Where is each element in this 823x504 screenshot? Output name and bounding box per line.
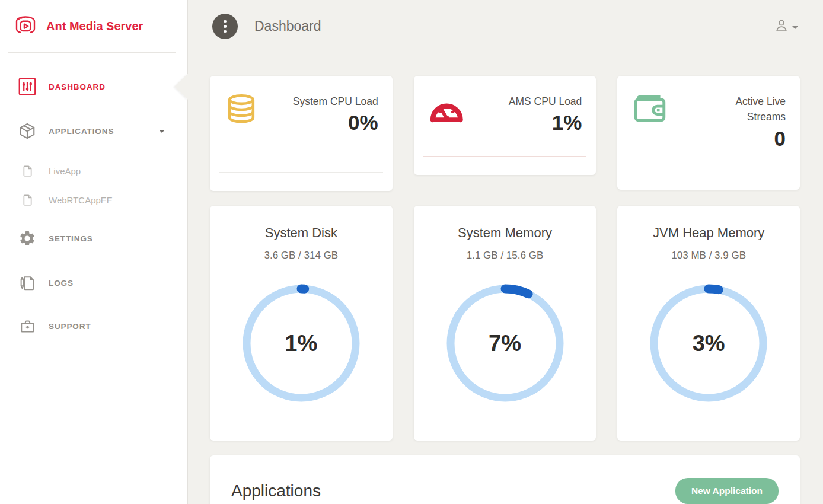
- sidebar: Ant Media Server DASHBOARD: [0, 0, 188, 504]
- sidebar-item-label: WebRTCAppEE: [49, 195, 113, 205]
- file-icon: [17, 165, 38, 177]
- active-item-notch: [174, 74, 188, 100]
- sidebar-item-support[interactable]: SUPPORT: [0, 312, 187, 340]
- divider: [423, 156, 587, 157]
- sidebar-nav: DASHBOARD APPLICATIONS LiveAp: [0, 53, 187, 340]
- gauge-usage: 1.1 GB / 15.6 GB: [414, 250, 596, 261]
- stat-value: 0: [774, 126, 786, 151]
- support-kit-icon: [17, 318, 38, 335]
- sidebar-item-settings[interactable]: SETTINGS: [0, 224, 187, 253]
- stat-label: System CPU Load: [293, 94, 378, 109]
- file-icon: [17, 194, 38, 206]
- brand-name: Ant Media Server: [46, 20, 143, 33]
- gauge-cards-row: System Disk 3.6 GB / 314 GB 1% System Me…: [210, 206, 800, 441]
- content: System CPU Load 0%: [189, 53, 823, 504]
- sidebar-item-label: SUPPORT: [49, 322, 91, 331]
- gauge-title: System Memory: [414, 225, 596, 241]
- sidebar-item-label: SETTINGS: [49, 234, 93, 243]
- stat-card-ams-cpu-load: AMS CPU Load 1%: [414, 76, 596, 175]
- gauge-card-system-memory: System Memory 1.1 GB / 15.6 GB 7%: [414, 206, 596, 441]
- sidebar-item-dashboard[interactable]: DASHBOARD: [0, 72, 187, 101]
- gauge-usage: 103 MB / 3.9 GB: [617, 250, 800, 261]
- stat-card-active-live-streams: Active Live Streams 0: [617, 76, 800, 190]
- divider: [219, 172, 383, 173]
- applications-title: Applications: [231, 481, 321, 500]
- wallet-icon: [631, 92, 668, 151]
- gauge-usage: 3.6 GB / 314 GB: [210, 250, 393, 261]
- gauge-card-system-disk: System Disk 3.6 GB / 314 GB 1%: [210, 206, 393, 441]
- brand[interactable]: Ant Media Server: [0, 0, 187, 53]
- sidebar-item-label: LiveApp: [49, 166, 81, 176]
- sidebar-item-label: APPLICATIONS: [49, 127, 114, 136]
- sidebar-item-applications[interactable]: APPLICATIONS: [0, 117, 187, 145]
- gauge-percent: 1%: [242, 284, 361, 403]
- chevron-down-icon: [792, 26, 798, 29]
- gauge-percent: 3%: [649, 284, 768, 403]
- stat-value: 1%: [552, 110, 582, 135]
- sidebar-item-webrtcappee[interactable]: WebRTCAppEE: [0, 186, 187, 214]
- applications-section: Applications New Application: [210, 455, 800, 504]
- gauge-icon: [428, 92, 464, 135]
- settings-gear-icon: [17, 229, 38, 247]
- stat-label: Active Live Streams: [696, 94, 786, 125]
- gauge-card-jvm-heap-memory: JVM Heap Memory 103 MB / 3.9 GB 3%: [617, 206, 800, 441]
- kebab-menu-icon[interactable]: [212, 14, 238, 39]
- gauge-title: JVM Heap Memory: [617, 225, 800, 241]
- applications-box-icon: [17, 122, 38, 140]
- user-icon: [774, 18, 789, 36]
- main-area: Dashboard: [189, 0, 823, 504]
- sidebar-item-liveapp[interactable]: LiveApp: [0, 157, 187, 185]
- gauge-title: System Disk: [210, 225, 393, 241]
- topbar: Dashboard: [189, 0, 823, 53]
- ant-media-logo-icon: [12, 14, 39, 40]
- donut-chart: 1%: [242, 284, 361, 403]
- page-title: Dashboard: [254, 18, 321, 34]
- stat-label: AMS CPU Load: [509, 94, 582, 109]
- database-icon: [224, 92, 259, 135]
- sidebar-item-logs[interactable]: LOGS: [0, 269, 187, 297]
- user-menu[interactable]: [774, 18, 798, 36]
- divider: [627, 171, 790, 171]
- stat-cards-row: System CPU Load 0%: [210, 76, 800, 191]
- chevron-down-icon: [159, 130, 165, 133]
- dashboard-icon: [17, 78, 38, 95]
- donut-chart: 7%: [446, 284, 564, 403]
- logs-icon: [17, 275, 38, 292]
- stat-card-system-cpu-load: System CPU Load 0%: [210, 76, 393, 191]
- stat-value: 0%: [348, 110, 378, 135]
- donut-chart: 3%: [649, 284, 768, 403]
- new-application-button[interactable]: New Application: [675, 478, 779, 504]
- sidebar-item-label: DASHBOARD: [49, 82, 106, 91]
- gauge-percent: 7%: [446, 284, 564, 403]
- sidebar-item-label: LOGS: [49, 279, 74, 288]
